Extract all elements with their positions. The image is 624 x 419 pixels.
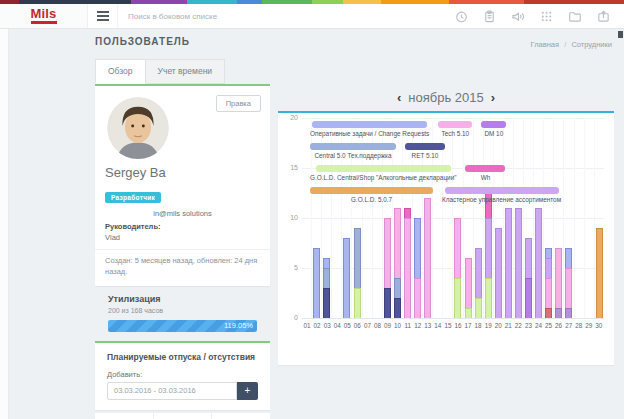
bar-segment-violet[interactable]	[565, 308, 572, 318]
bar-segment-pink[interactable]	[565, 268, 572, 308]
bar-day-02[interactable]	[313, 248, 320, 318]
bar-segment-slate[interactable]	[394, 278, 401, 298]
bar-segment-slate[interactable]	[354, 228, 361, 288]
bar-segment-pink[interactable]	[465, 258, 472, 308]
bar-segment-green[interactable]	[485, 278, 492, 318]
bar-segment-pink[interactable]	[394, 208, 401, 278]
bar-segment-indigo[interactable]	[394, 298, 401, 318]
bar-segment-green[interactable]	[475, 298, 482, 318]
breadcrumb-home[interactable]: Главная	[531, 40, 560, 49]
bar-segment-pink[interactable]	[424, 198, 431, 318]
bar-segment-lavender[interactable]	[495, 228, 502, 318]
bar-segment-green[interactable]	[465, 308, 472, 318]
bar-day-22[interactable]	[515, 208, 522, 318]
bar-segment-magenta[interactable]	[485, 188, 492, 218]
bar-day-09[interactable]	[384, 218, 391, 318]
utilization-percent: 119.05%	[224, 321, 253, 330]
bar-segment-pink[interactable]	[555, 248, 562, 308]
bar-segment-orange[interactable]	[596, 228, 603, 318]
bar-day-13[interactable]	[424, 198, 431, 318]
bar-day-16[interactable]	[454, 218, 461, 318]
vacation-range-input[interactable]	[107, 382, 237, 400]
logo[interactable]: Mils	[0, 4, 88, 28]
folder-icon[interactable]	[568, 10, 582, 23]
bar-segment-lavender[interactable]	[485, 218, 492, 278]
bar-day-17[interactable]	[465, 258, 472, 318]
bar-day-03[interactable]	[323, 258, 330, 318]
collapsed-sidebar[interactable]	[0, 29, 9, 419]
exit-icon[interactable]	[597, 10, 610, 23]
prev-month-button[interactable]: ‹	[397, 91, 401, 104]
clipboard-icon[interactable]	[483, 10, 496, 23]
bar-segment-green[interactable]	[454, 278, 461, 318]
bar-segment-periwinkle[interactable]	[313, 248, 320, 318]
bar-day-11[interactable]	[404, 208, 411, 318]
bar-day-18[interactable]	[475, 248, 482, 318]
bar-segment-violet[interactable]	[555, 308, 562, 318]
bar-segment-lavender[interactable]	[525, 238, 532, 278]
bar-day-10[interactable]	[394, 208, 401, 318]
bar-segment-lavender[interactable]	[535, 208, 542, 318]
bar-segment-lavender[interactable]	[475, 248, 482, 298]
bar-segment-periwinkle[interactable]	[565, 248, 572, 268]
bar-segment-pink[interactable]	[454, 218, 461, 278]
chart-plot-area: 05101520	[302, 118, 604, 318]
hours-tab[interactable]: ЧАСЫ:	[211, 413, 270, 419]
bar-day-06[interactable]	[354, 228, 361, 318]
tasks-tab[interactable]: ЗАДАЧИ:	[153, 413, 212, 419]
next-month-button[interactable]: ›	[491, 91, 495, 104]
bar-day-30[interactable]	[596, 228, 603, 318]
bar-segment-pink[interactable]	[404, 218, 411, 318]
bar-day-21[interactable]	[505, 208, 512, 318]
bar-day-27[interactable]	[565, 248, 572, 318]
bar-day-24[interactable]	[535, 208, 542, 318]
day-slot	[443, 118, 453, 318]
bar-segment-red[interactable]	[545, 308, 552, 318]
apps-grid-icon[interactable]	[540, 10, 553, 23]
bar-day-12[interactable]	[414, 218, 421, 318]
bar-segment-periwinkle[interactable]	[323, 258, 330, 268]
announcement-icon[interactable]	[511, 10, 525, 23]
vacations-title: Планируемые отпуска / отсутствия	[107, 352, 258, 362]
scrollbar-thumb[interactable]	[618, 31, 623, 38]
bar-day-05[interactable]	[343, 238, 350, 318]
bar-segment-indigo[interactable]	[384, 288, 391, 318]
edit-button[interactable]: Правка	[216, 95, 261, 112]
bar-day-20[interactable]	[495, 228, 502, 318]
utilization-hours: 200 из 168 часов	[108, 307, 257, 314]
menu-toggle-button[interactable]	[88, 4, 118, 28]
timer-icon[interactable]	[455, 10, 468, 23]
manager-name[interactable]: Vlad	[105, 233, 260, 242]
bar-segment-green[interactable]	[354, 288, 361, 318]
tab-overview[interactable]: Обзор	[95, 59, 146, 84]
x-axis-label: 08	[372, 322, 382, 329]
x-axis-label: 18	[473, 322, 483, 329]
vacations-card: Планируемые отпуска / отсутствия Добавит…	[95, 341, 270, 410]
x-axis-label: 22	[513, 322, 523, 329]
bar-segment-lavender[interactable]	[505, 208, 512, 318]
add-vacation-button[interactable]: +	[237, 382, 258, 400]
bar-day-26[interactable]	[555, 248, 562, 318]
projects-tab[interactable]: ПРОЕКТЫ:	[95, 413, 153, 419]
bar-segment-pink[interactable]	[414, 278, 421, 318]
bar-day-23[interactable]	[525, 238, 532, 318]
bar-day-19[interactable]	[485, 188, 492, 318]
bar-segment-periwinkle[interactable]	[414, 218, 421, 278]
bar-segment-magenta[interactable]	[404, 208, 411, 218]
search-input[interactable]: Поиск в боковом списке	[118, 4, 455, 28]
bar-day-25[interactable]	[545, 248, 552, 318]
y-axis-tick: 20	[284, 114, 298, 121]
profile-footer-tabs: ПРОЕКТЫ: ЗАДАЧИ: ЧАСЫ:	[95, 413, 270, 419]
bar-segment-periwinkle[interactable]	[545, 248, 552, 258]
bar-segment-lavender[interactable]	[515, 208, 522, 318]
bar-segment-pink[interactable]	[384, 218, 391, 288]
bar-segment-pink[interactable]	[545, 278, 552, 308]
bar-segment-purple[interactable]	[525, 278, 532, 318]
bar-segment-slate[interactable]	[323, 268, 330, 288]
bar-segment-periwinkle[interactable]	[343, 238, 350, 318]
stacked-bar-chart: 0510152001020304050607080910111213141516…	[278, 113, 614, 365]
tab-time-tracking[interactable]: Учет времени	[146, 59, 226, 84]
bar-segment-indigo[interactable]	[323, 288, 330, 318]
bar-segment-lavender[interactable]	[545, 258, 552, 278]
day-slot	[585, 118, 595, 318]
